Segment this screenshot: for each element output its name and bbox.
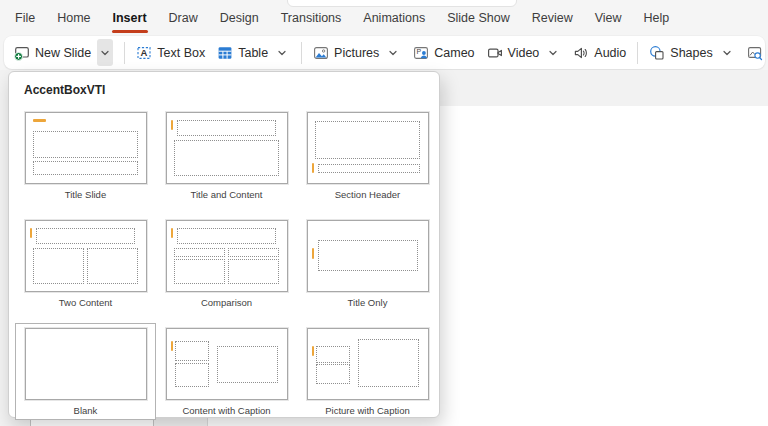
audio-button[interactable]: Audio	[567, 39, 632, 66]
placeholder-box	[174, 259, 225, 284]
new-slide-button[interactable]: New Slide	[8, 39, 119, 66]
layout-name: Comparison	[157, 297, 296, 308]
pictures-button[interactable]: Pictures	[307, 39, 407, 66]
layout-thumbnail	[25, 112, 147, 184]
table-icon	[217, 45, 233, 61]
placeholder-box	[174, 140, 279, 175]
audio-icon	[573, 45, 589, 61]
chevron-down-icon[interactable]	[719, 39, 735, 66]
svg-text:P: P	[417, 48, 422, 55]
toolbar-group-divider	[637, 42, 638, 64]
placeholder-box	[315, 121, 420, 159]
text-box-button[interactable]: AText Box	[130, 39, 211, 66]
placeholder-box	[177, 120, 276, 136]
layout-option-two-content[interactable]: Two Content	[15, 215, 156, 312]
layout-name: Content with Caption	[157, 405, 296, 416]
layout-thumbnail	[25, 328, 147, 400]
tab-file[interactable]: File	[4, 0, 46, 36]
tab-transitions[interactable]: Transitions	[270, 0, 353, 36]
toolbar-button-label: Video	[508, 46, 540, 60]
layout-option-title-slide[interactable]: Title Slide	[15, 107, 156, 204]
tab-slide-show[interactable]: Slide Show	[436, 0, 521, 36]
layout-grid: Title SlideTitle and ContentSection Head…	[9, 101, 439, 420]
placeholder-box	[316, 364, 350, 384]
chevron-down-icon[interactable]	[545, 39, 561, 66]
accent-mark	[33, 119, 46, 122]
tab-label: View	[595, 11, 622, 25]
layout-option-title-and-content[interactable]: Title and Content	[156, 107, 297, 204]
toolbar-button-label: Cameo	[434, 46, 474, 60]
tab-label: Slide Show	[447, 11, 510, 25]
tab-label: Design	[220, 11, 259, 25]
placeholder-box	[318, 240, 418, 271]
tab-insert[interactable]: Insert	[102, 0, 158, 36]
cameo-button[interactable]: PCameo	[407, 39, 480, 66]
tab-label: Home	[57, 11, 90, 25]
tab-view[interactable]: View	[584, 0, 633, 36]
stock-images-button[interactable]: Stock Images	[741, 39, 768, 66]
placeholder-box	[217, 346, 277, 383]
layout-thumbnail	[307, 220, 429, 292]
accent-mark	[30, 228, 32, 238]
tab-label: Transitions	[281, 11, 342, 25]
chevron-down-icon[interactable]	[385, 39, 401, 66]
placeholder-box	[33, 161, 138, 174]
new-slide-layout-gallery: AccentBoxVTI Title SlideTitle and Conten…	[8, 71, 440, 418]
tab-label: Review	[532, 11, 573, 25]
video-icon	[487, 45, 503, 61]
tab-label: Animations	[363, 11, 425, 25]
layout-name: Section Header	[298, 189, 437, 200]
toolbar-button-label: New Slide	[35, 46, 91, 60]
layout-option-content-with-caption[interactable]: Content with Caption	[156, 323, 297, 420]
tab-help[interactable]: Help	[633, 0, 681, 36]
shapes-button[interactable]: Shapes	[643, 39, 740, 66]
tab-label: File	[15, 11, 35, 25]
cameo-icon: P	[413, 45, 429, 61]
layout-name: Picture with Caption	[298, 405, 437, 416]
svg-text:A: A	[141, 47, 148, 58]
layout-thumbnail	[307, 328, 429, 400]
layout-option-title-only[interactable]: Title Only	[297, 215, 438, 312]
toolbar-button-label: Text Box	[157, 46, 205, 60]
video-button[interactable]: Video	[481, 39, 568, 66]
text-box-icon: A	[136, 45, 152, 61]
tab-review[interactable]: Review	[521, 0, 584, 36]
placeholder-box	[358, 339, 418, 387]
toolbar-group-divider	[124, 42, 125, 64]
layout-option-section-header[interactable]: Section Header	[297, 107, 438, 204]
tab-label: Help	[644, 11, 670, 25]
toolbar-button-label: Table	[238, 46, 268, 60]
tab-home[interactable]: Home	[46, 0, 101, 36]
toolbar-button-label: Shapes	[670, 46, 712, 60]
toolbar-button-label: Pictures	[334, 46, 379, 60]
chevron-down-icon[interactable]	[274, 39, 290, 66]
layout-option-comparison[interactable]: Comparison	[156, 215, 297, 312]
chevron-down-icon[interactable]	[97, 39, 113, 66]
layout-thumbnail	[25, 220, 147, 292]
table-button[interactable]: Table	[211, 39, 296, 66]
tab-animations[interactable]: Animations	[352, 0, 436, 36]
placeholder-box	[228, 259, 279, 284]
pictures-icon	[313, 45, 329, 61]
layout-thumbnail	[166, 220, 288, 292]
placeholder-box	[177, 228, 276, 244]
tab-label: Insert	[113, 11, 147, 25]
slide-panel-thumbnail[interactable]	[30, 419, 154, 426]
accent-mark	[312, 346, 314, 356]
toolbar-button-label: Audio	[594, 46, 626, 60]
placeholder-box	[316, 346, 350, 363]
layout-option-blank[interactable]: Blank	[15, 323, 156, 420]
accent-mark	[171, 341, 173, 351]
layout-name: Title Only	[298, 297, 437, 308]
tab-draw[interactable]: Draw	[158, 0, 209, 36]
shapes-icon	[649, 45, 665, 61]
placeholder-box	[228, 248, 279, 258]
placeholder-box	[318, 164, 420, 173]
layout-thumbnail	[307, 112, 429, 184]
accent-mark	[312, 248, 314, 258]
layout-option-picture-with-caption[interactable]: Picture with Caption	[297, 323, 438, 420]
placeholder-box	[174, 248, 225, 258]
layout-thumbnail	[166, 112, 288, 184]
tab-design[interactable]: Design	[209, 0, 270, 36]
placeholder-box	[36, 228, 135, 244]
